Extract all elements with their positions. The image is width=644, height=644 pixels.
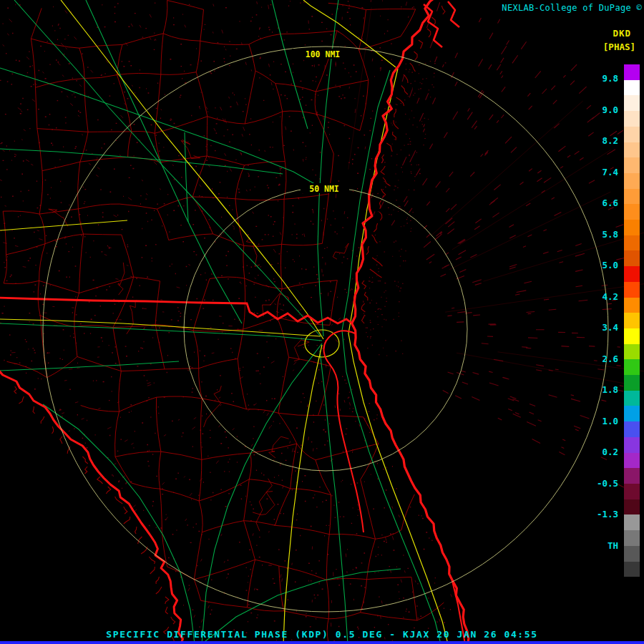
- road: [0, 220, 127, 230]
- colorbar-segment: [624, 391, 640, 406]
- colorbar-segment: [624, 453, 640, 469]
- coastal-islands: [448, 1, 459, 27]
- rivers-and-marsh: [14, 6, 445, 644]
- colorbar-segment: [624, 266, 640, 282]
- road: [14, 0, 321, 336]
- road: [0, 319, 321, 336]
- colorbar-segment: [624, 80, 640, 96]
- colorbar-segment: [624, 220, 640, 235]
- colorbar-segment: [624, 189, 640, 205]
- kdp-echo-speckles: [0, 0, 462, 643]
- range-ring-label-100nmi: 100 NMI: [306, 49, 340, 59]
- range-ring-50nmi: [184, 187, 467, 471]
- colorbar-segment: [624, 173, 640, 189]
- colorbar-segment: [624, 142, 640, 158]
- colorbar-segment: [624, 313, 640, 328]
- colorbar-segment: [624, 328, 640, 344]
- colorbar-segment: [624, 298, 640, 313]
- colorbar-segment: [624, 282, 640, 298]
- colorbar-segment: [624, 204, 640, 220]
- colorbar-segment: [624, 375, 640, 391]
- range-ring-label-50nmi: 50 NMI: [309, 184, 339, 194]
- colorbar-segment: [624, 157, 640, 173]
- colorbar-segment: [624, 406, 640, 421]
- state-boundary-line: [0, 298, 352, 323]
- colorbar-segment: [624, 64, 640, 80]
- colorbar-segment: [624, 111, 640, 127]
- colorbar-segment: [624, 468, 640, 484]
- colorbar: [624, 64, 640, 577]
- colorbar-segment: [624, 95, 640, 111]
- colorbar-segment: [624, 530, 640, 546]
- road: [283, 345, 322, 644]
- product-caption: SPECIFIC DIFFERENTIAL PHASE (KDP) 0.5 DE…: [0, 629, 644, 640]
- colorbar-segment: [624, 250, 640, 266]
- road: [348, 69, 448, 644]
- colorbar-segment: [624, 546, 640, 562]
- colorbar-segment: [624, 484, 640, 499]
- colorbar-segment: [624, 127, 640, 142]
- attribution-text: NEXLAB-College of DuPage ©: [502, 3, 642, 13]
- road: [185, 132, 188, 222]
- radar-display: 100 NMI 50 NMI NEXLAB-College of DuPage …: [0, 0, 644, 644]
- county-boundaries: [3, 1, 444, 643]
- road: [0, 68, 323, 189]
- product-unit-label: [PHAS]: [603, 42, 635, 52]
- road: [0, 361, 179, 371]
- road: [320, 351, 348, 644]
- colorbar-segment: [624, 499, 640, 515]
- st-johns-river: [324, 331, 364, 532]
- colorbar-segment: [624, 437, 640, 453]
- colorbar-segment: [624, 421, 640, 437]
- product-code-label: DKD: [613, 28, 631, 39]
- footer-divider-line: [0, 641, 644, 644]
- colorbar-segment: [624, 344, 640, 360]
- colorbar-segment: [624, 562, 640, 577]
- road: [272, 0, 308, 129]
- coastline: [0, 0, 469, 644]
- radar-map: 100 NMI 50 NMI: [0, 0, 644, 644]
- colorbar-segment: [624, 514, 640, 530]
- highways-secondary: [0, 0, 441, 644]
- colorbar-segment: [624, 359, 640, 375]
- colorbar-segment: [624, 235, 640, 251]
